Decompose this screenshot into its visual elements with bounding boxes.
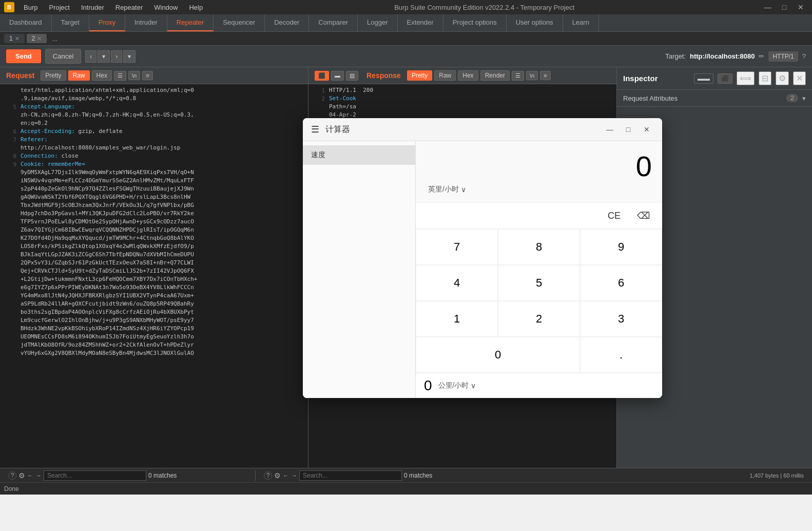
calc-key-4[interactable]: 4 xyxy=(416,265,498,301)
resp-fmt-raw-btn[interactable]: Raw xyxy=(434,70,456,81)
status-bar: ? ⚙ ← → 0 matches ? ⚙ ← → 0 matches 1,40… xyxy=(0,468,812,482)
left-help-icon[interactable]: ? xyxy=(8,471,16,480)
tab-proxy[interactable]: Proxy xyxy=(89,14,125,31)
calc-key-2[interactable]: 2 xyxy=(498,301,580,337)
left-fwd-button[interactable]: → xyxy=(35,472,42,479)
tab-repeater[interactable]: Repeater xyxy=(167,14,214,31)
view-icon-split[interactable]: ▧ xyxy=(346,71,358,81)
instance-tab-more[interactable]: ... xyxy=(49,35,61,43)
right-help-icon[interactable]: ? xyxy=(264,471,272,480)
menu-item-project[interactable]: Project xyxy=(44,3,74,12)
tab-comparer[interactable]: Comparer xyxy=(309,14,358,31)
fmt-icon-ln[interactable]: \n xyxy=(128,71,140,80)
toolbar: Send Cancel ‹ ▾ › ▾ Target: http://local… xyxy=(0,46,812,67)
menu-item-window[interactable]: Window xyxy=(149,3,183,12)
calc-key-1[interactable]: 1 xyxy=(416,301,498,337)
http-version-badge[interactable]: HTTP/1 xyxy=(768,51,798,62)
inspector-expand-icon[interactable]: ⟺ xyxy=(737,71,755,85)
menu-item-help[interactable]: Help xyxy=(184,3,208,12)
nav-back-dropdown[interactable]: ▾ xyxy=(98,50,110,63)
calc-display-value: 0 xyxy=(426,149,652,183)
inspector-close-icon[interactable]: ✕ xyxy=(793,71,806,85)
calc-maximize-button[interactable]: □ xyxy=(621,122,635,137)
tab-project-options[interactable]: Project options xyxy=(443,14,507,31)
resp-fmt-hex-btn[interactable]: Hex xyxy=(458,70,478,81)
tab-decoder[interactable]: Decoder xyxy=(265,14,309,31)
tab-intruder[interactable]: Intruder xyxy=(125,14,167,31)
instance-tab-2[interactable]: 2 ✕ xyxy=(27,34,47,43)
tab-sequencer[interactable]: Sequencer xyxy=(214,14,265,31)
minimize-button[interactable]: — xyxy=(761,0,775,14)
menu-item-repeater[interactable]: Repeater xyxy=(110,3,148,12)
instance-tab-1-close[interactable]: ✕ xyxy=(15,35,20,42)
right-search-input[interactable] xyxy=(299,470,402,481)
left-settings-icon[interactable]: ⚙ xyxy=(18,471,25,480)
calc-menu-icon[interactable]: ☰ xyxy=(311,124,319,135)
edit-target-icon[interactable]: ✏ xyxy=(759,52,764,60)
fmt-pretty-btn[interactable]: Pretty xyxy=(41,70,66,81)
calculator-window: ☰ 计算器 — □ ✕ 速度 0 英里/小时 ∨ xyxy=(303,118,662,398)
view-icon-grid[interactable]: ⬛ xyxy=(315,71,329,81)
calc-key-8[interactable]: 8 xyxy=(498,229,580,265)
calc-key-7[interactable]: 7 xyxy=(416,229,498,265)
menu-item-burp[interactable]: Burp xyxy=(18,3,43,12)
left-back-button[interactable]: ← xyxy=(27,472,33,479)
calc-minimize-button[interactable]: — xyxy=(603,122,617,137)
calc-key-9[interactable]: 9 xyxy=(580,229,662,265)
close-button[interactable]: ✕ xyxy=(794,0,808,14)
fmt-icon-filter[interactable]: ☰ xyxy=(114,71,126,81)
view-icon-list[interactable]: ▬ xyxy=(331,71,344,81)
send-button[interactable]: Send xyxy=(6,49,41,63)
calc-window-controls: — □ ✕ xyxy=(603,122,654,137)
tab-learn[interactable]: Learn xyxy=(563,14,599,31)
instance-tab-bar: 1 ✕ 2 ✕ ... xyxy=(0,32,812,46)
target-label: Target: xyxy=(665,52,686,60)
resp-fmt-icon-filter[interactable]: ☰ xyxy=(512,71,524,81)
calc-key-6[interactable]: 6 xyxy=(580,265,662,301)
calc-ce-button[interactable]: CE xyxy=(602,207,627,224)
fmt-icon-menu[interactable]: ≡ xyxy=(142,71,152,80)
calc-close-button[interactable]: ✕ xyxy=(640,122,654,137)
instance-tab-2-close[interactable]: ✕ xyxy=(37,35,42,42)
nav-back-button[interactable]: ‹ xyxy=(85,50,96,63)
right-settings-icon[interactable]: ⚙ xyxy=(274,471,281,480)
calc-key-dot[interactable]: . xyxy=(580,337,662,373)
inspector-settings-icon[interactable]: ⚙ xyxy=(776,71,789,85)
instance-tab-1[interactable]: 1 ✕ xyxy=(4,34,25,43)
fmt-hex-btn[interactable]: Hex xyxy=(92,70,112,81)
resp-fmt-icon-menu[interactable]: ≡ xyxy=(540,71,550,80)
calc-key-0[interactable]: 0 xyxy=(416,337,580,373)
nav-fwd-dropdown[interactable]: ▾ xyxy=(123,50,136,63)
calc-unit-to[interactable]: 公里/小时 ∨ xyxy=(438,381,476,390)
tab-user-options[interactable]: User options xyxy=(507,14,563,31)
tab-dashboard[interactable]: Dashboard xyxy=(0,14,52,31)
left-search-input[interactable] xyxy=(44,470,146,481)
tab-extender[interactable]: Extender xyxy=(398,14,443,31)
resp-fmt-pretty-btn[interactable]: Pretty xyxy=(407,70,432,81)
nav-fwd-button[interactable]: › xyxy=(111,50,122,63)
calc-backspace-button[interactable]: ⌫ xyxy=(631,207,656,224)
calc-key-5[interactable]: 5 xyxy=(498,265,580,301)
menu-item-intruder[interactable]: Intruder xyxy=(76,3,109,12)
maximize-button[interactable]: □ xyxy=(777,0,791,14)
calc-unit-from[interactable]: 英里/小时 ∨ xyxy=(428,185,466,194)
calc-display: 0 英里/小时 ∨ xyxy=(416,141,662,203)
response-pane-title: Response xyxy=(366,71,401,80)
tab-target[interactable]: Target xyxy=(52,14,89,31)
right-fwd-button[interactable]: → xyxy=(291,472,297,479)
resp-fmt-render-btn[interactable]: Render xyxy=(480,70,510,81)
request-attributes-row[interactable]: Request Attributes 2 ▾ xyxy=(617,90,812,107)
calc-key-3[interactable]: 3 xyxy=(580,301,662,337)
inspector-divide-icon[interactable]: ⊟ xyxy=(759,71,771,85)
inspector-view-list[interactable]: ▬▬ xyxy=(694,73,713,84)
tab-logger[interactable]: Logger xyxy=(358,14,397,31)
resp-fmt-icon-ln[interactable]: \n xyxy=(526,71,538,80)
fmt-raw-btn[interactable]: Raw xyxy=(68,70,90,81)
right-back-button[interactable]: ← xyxy=(283,472,289,479)
window-controls: — □ ✕ xyxy=(761,0,808,14)
inspector-view-grid[interactable]: ⬛ xyxy=(718,73,732,84)
help-icon[interactable]: ? xyxy=(802,52,806,60)
cancel-button[interactable]: Cancel xyxy=(45,49,81,64)
instance-tab-1-label: 1 xyxy=(9,35,13,42)
calc-mode-speed[interactable]: 速度 xyxy=(303,145,415,165)
